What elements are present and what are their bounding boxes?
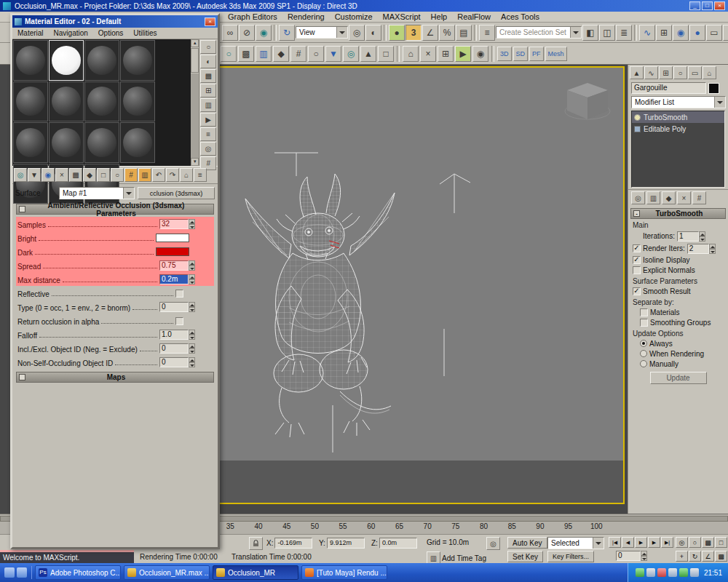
dark-color-swatch[interactable] xyxy=(156,247,189,256)
materials-checkbox[interactable] xyxy=(640,308,648,316)
put-material-to-scene-icon[interactable] xyxy=(28,168,41,182)
modifier-list-dropdown[interactable]: Modifier List xyxy=(631,96,726,108)
reactor-icon[interactable] xyxy=(221,46,237,62)
zoom-all-icon[interactable] xyxy=(689,537,701,548)
manually-radio[interactable] xyxy=(640,360,647,367)
bright-color-swatch[interactable] xyxy=(156,234,189,242)
material-options-icon[interactable] xyxy=(194,168,207,182)
mirror-icon[interactable] xyxy=(582,25,598,41)
map-name-dropdown[interactable]: Map #1 xyxy=(59,187,135,199)
previous-key-button[interactable] xyxy=(609,537,621,548)
maps-rollout-header[interactable]: Maps xyxy=(16,372,214,383)
modifier-enable-bulb-icon[interactable] xyxy=(634,114,641,121)
layer-manager-icon[interactable] xyxy=(616,25,632,41)
expand-icon[interactable] xyxy=(19,374,25,380)
menu-rendering[interactable]: Rendering xyxy=(282,12,330,21)
tray-icon[interactable] xyxy=(646,568,655,577)
smooth-result-checkbox[interactable] xyxy=(633,287,641,295)
scrollbar-thumb[interactable] xyxy=(191,48,199,73)
show-end-result-icon[interactable] xyxy=(138,168,151,182)
select-and-link-icon[interactable] xyxy=(222,25,238,41)
video-color-check-icon[interactable] xyxy=(200,98,216,112)
create-tab-icon[interactable] xyxy=(630,66,644,79)
menu-help[interactable]: Help xyxy=(426,12,453,21)
maxscript-mini-listener[interactable]: Welcome to MAXScript. xyxy=(0,550,134,564)
map-type-button[interactable]: cclusion (3dsmax) xyxy=(138,187,215,199)
tray-icon[interactable] xyxy=(679,568,688,577)
rope-icon[interactable] xyxy=(256,46,272,62)
return-occlusion-checkbox[interactable] xyxy=(175,317,183,325)
pick-material-from-object-icon[interactable] xyxy=(180,168,193,182)
explicit-normals-checkbox[interactable] xyxy=(633,266,641,274)
pin-stack-icon[interactable] xyxy=(631,191,645,204)
material-slot[interactable] xyxy=(49,122,84,163)
collapse-icon[interactable] xyxy=(19,206,25,212)
motor-icon[interactable] xyxy=(343,46,359,62)
chevron-down-icon[interactable] xyxy=(336,27,347,38)
show-map-in-viewport-icon[interactable] xyxy=(124,168,138,182)
object-color-swatch[interactable] xyxy=(708,83,719,94)
script-button-3d[interactable]: 3D xyxy=(497,47,512,61)
display-tab-icon[interactable] xyxy=(688,66,702,79)
next-frame-button[interactable] xyxy=(648,537,660,548)
utilities-extra-icon[interactable] xyxy=(403,46,419,62)
object-name-field[interactable]: Gargouille xyxy=(631,82,706,94)
cloth-icon[interactable] xyxy=(238,46,254,62)
spread-spinner[interactable]: 0.75 xyxy=(159,260,195,271)
quick-launch-icon[interactable] xyxy=(17,567,27,578)
isoline-display-checkbox[interactable] xyxy=(633,256,641,264)
incl-excl-id-spinner[interactable]: 0 xyxy=(159,343,195,354)
menu-graph-editors[interactable]: Graph Editors xyxy=(223,12,282,21)
material-slot[interactable] xyxy=(84,40,119,81)
material-slot[interactable] xyxy=(13,81,48,122)
snaps-toggle-icon[interactable] xyxy=(405,25,422,41)
tray-icon[interactable] xyxy=(690,568,699,577)
menu-customize[interactable]: Customize xyxy=(330,12,378,21)
falloff-spinner[interactable]: 1.0 xyxy=(159,330,195,340)
tray-icon[interactable] xyxy=(668,568,677,577)
material-id-channel-icon[interactable] xyxy=(111,168,124,182)
make-unique-icon[interactable] xyxy=(83,168,96,182)
field-of-view-icon[interactable] xyxy=(702,551,714,562)
render-preset-icon[interactable] xyxy=(389,25,405,41)
collapse-icon[interactable] xyxy=(633,210,640,217)
sample-uv-tiling-icon[interactable] xyxy=(200,84,216,97)
occlusion-params-rollout-header[interactable]: Ambient/Reflective Occlusion (3dsmax) Pa… xyxy=(16,204,214,215)
remove-modifier-icon[interactable] xyxy=(677,191,691,204)
unlink-selection-icon[interactable] xyxy=(239,25,255,41)
max-distance-spinner[interactable]: 0.2m xyxy=(159,274,195,284)
material-slot-active[interactable] xyxy=(49,40,84,81)
named-selection-set-dropdown[interactable]: Create Selection Set xyxy=(496,26,582,39)
menu-navigation[interactable]: Navigation xyxy=(49,29,93,37)
show-end-result-icon[interactable] xyxy=(646,191,660,204)
schematic-view-icon[interactable] xyxy=(656,25,672,41)
close-button[interactable]: × xyxy=(714,1,725,10)
quick-render-icon[interactable] xyxy=(723,25,728,41)
material-editor-window[interactable]: Material Editor - 02 - Default × Materia… xyxy=(10,13,220,549)
non-self-occluding-spinner[interactable]: 0 xyxy=(159,357,195,367)
assign-material-to-selection-icon[interactable] xyxy=(41,168,55,182)
key-filters-button[interactable]: Key Filters... xyxy=(547,551,594,562)
menu-material[interactable]: Material xyxy=(12,29,49,37)
go-forward-to-sibling-icon[interactable] xyxy=(166,168,179,182)
go-to-parent-icon[interactable] xyxy=(152,168,165,182)
taskbar-button-occlusion-mr[interactable]: Occlusion_MR xyxy=(213,565,298,580)
previous-frame-button[interactable] xyxy=(622,537,634,548)
auto-key-button[interactable]: Auto Key xyxy=(507,537,547,549)
script-button-sd[interactable]: SD xyxy=(513,47,529,61)
close-icon[interactable]: × xyxy=(205,17,215,26)
spinner-snap-icon[interactable] xyxy=(456,25,472,41)
pan-icon[interactable] xyxy=(676,551,688,562)
make-unique-icon[interactable] xyxy=(662,191,676,204)
sample-slots-scrollbar[interactable]: ▲ ▼ xyxy=(191,39,199,166)
material-slot[interactable] xyxy=(84,81,119,122)
chevron-down-icon[interactable] xyxy=(714,97,725,108)
scroll-up-icon[interactable]: ▲ xyxy=(191,39,199,47)
background-icon[interactable] xyxy=(200,69,216,83)
wind-icon[interactable] xyxy=(325,46,341,62)
y-coordinate-field[interactable]: 9.912m xyxy=(327,538,365,549)
menu-realflow[interactable]: RealFlow xyxy=(452,12,496,21)
edit-named-selections-icon[interactable] xyxy=(479,25,495,41)
reference-coordinate-dropdown[interactable]: View xyxy=(296,26,348,39)
menu-options[interactable]: Options xyxy=(93,29,128,37)
